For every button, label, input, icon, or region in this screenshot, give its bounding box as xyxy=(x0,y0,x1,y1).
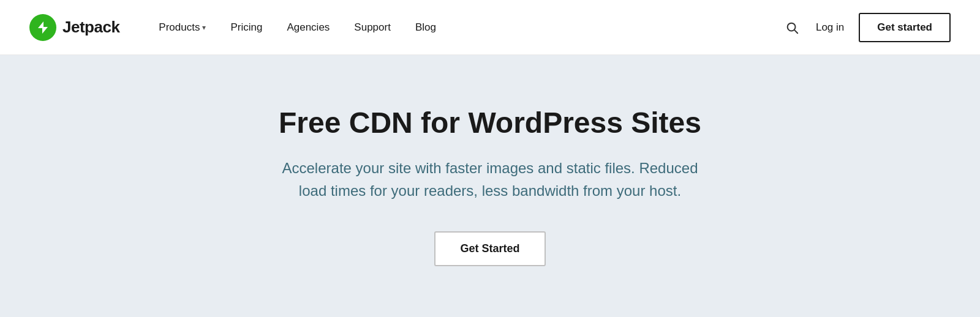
search-icon xyxy=(785,21,799,34)
nav-item-support[interactable]: Support xyxy=(344,17,401,39)
nav-item-blog[interactable]: Blog xyxy=(405,17,446,39)
nav-item-products[interactable]: Products ▾ xyxy=(149,17,216,39)
login-link[interactable]: Log in xyxy=(816,21,844,34)
nav-item-blog-label: Blog xyxy=(415,21,436,34)
nav-item-pricing[interactable]: Pricing xyxy=(221,17,272,39)
nav-item-support-label: Support xyxy=(354,21,391,34)
svg-marker-0 xyxy=(38,21,48,34)
chevron-down-icon: ▾ xyxy=(202,23,206,32)
get-started-nav-button[interactable]: Get started xyxy=(859,13,951,42)
hero-title: Free CDN for WordPress Sites xyxy=(279,106,701,140)
logo-icon xyxy=(29,14,56,41)
hero-section: Free CDN for WordPress Sites Accelerate … xyxy=(0,55,980,317)
svg-line-2 xyxy=(794,30,797,33)
logo-text: Jetpack xyxy=(62,18,119,37)
navbar: Jetpack Products ▾ Pricing Agencies Supp… xyxy=(0,0,980,55)
nav-item-products-label: Products xyxy=(159,21,200,34)
nav-item-pricing-label: Pricing xyxy=(230,21,262,34)
nav-item-agencies-label: Agencies xyxy=(287,21,330,34)
hero-subtitle: Accelerate your site with faster images … xyxy=(276,157,704,202)
nav-links: Products ▾ Pricing Agencies Support Blog xyxy=(149,17,783,39)
logo-link[interactable]: Jetpack xyxy=(29,14,119,41)
hero-cta-button[interactable]: Get Started xyxy=(434,231,545,266)
nav-item-agencies[interactable]: Agencies xyxy=(277,17,339,39)
search-button[interactable] xyxy=(783,18,801,37)
nav-right: Log in Get started xyxy=(783,13,951,42)
